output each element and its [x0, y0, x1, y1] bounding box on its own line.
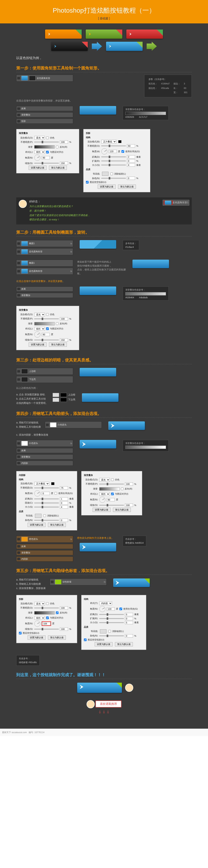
style-select[interactable]: 线性 [34, 150, 45, 154]
fx-panel: 内阴影 [16, 461, 73, 466]
drop-shadow-dialog: 投影 结构 混合模式(B):正片叠底 不透明度(O):% 角度(A):度 使用全… [83, 129, 150, 192]
knockout-check[interactable] [86, 181, 89, 184]
step1-title: 第一步：使用圆角矩形工具绘制一个圆角矩形。 [16, 65, 192, 72]
noise-input[interactable] [127, 177, 135, 180]
layer-ref: 蓝色圆角矩形1 [172, 201, 188, 204]
layer-panel: 下边亮 [16, 376, 73, 383]
reset-default-button[interactable]: 复位为默认值 [118, 185, 136, 189]
set-default-button[interactable]: 设置为默认值 [29, 166, 46, 170]
final-button [77, 683, 122, 693]
step1-note: 在混合选项中选择渐变叠加和投影，并设置其参数。 [16, 99, 192, 103]
step2-note: 在混合选项中选择渐变叠加，并设置其参数。 [16, 279, 192, 283]
preview-button-arrow [80, 543, 116, 551]
bevel-dialog: 结构 样式(T):内斜面 角度(N):度 使用全局光(G) 距离(D):像素 扩… [81, 595, 146, 650]
layer-panel: 白色箭头fx [16, 440, 73, 447]
layer-panel: 椭圆1 [16, 260, 73, 267]
fx-panel: 渐变叠加 [16, 112, 73, 117]
demo-button-green [86, 30, 122, 39]
spread-input[interactable] [127, 159, 135, 162]
color-ref-green: 色值参考： 绿色标签 #92cd0c [16, 655, 40, 666]
gradient-ref: 渐变叠加色值参考： [123, 440, 169, 452]
intro-text: 以蓝色按钮为例， [16, 56, 192, 60]
params-table: 参数（仅供参考） 填充色：#1994d7描边：3 描边色：#55cafa长：83… [144, 75, 192, 97]
reset-default-button[interactable]: 复位为默认值 [49, 166, 67, 170]
params-title: 参数（仅供参考） [147, 77, 189, 82]
gradient-overlay-dialog: 渐变叠加 混合模式(O):柔光 仿色 不透明度(P):% 渐变: 反向(R) 样… [16, 129, 79, 173]
footer: 喜欢请戳推荐 ⇩ ⇩ ⇩ [16, 694, 192, 720]
gradient-ref: 渐变叠加色值参考： #636464 #dbdbdb [123, 286, 169, 301]
layer-name: 蓝色圆角矩形 [37, 77, 50, 80]
corner-tag [137, 42, 143, 48]
fx-panel: 效果 [16, 448, 73, 453]
fx-panel: 效果 [16, 106, 73, 111]
visibility-icon [17, 77, 20, 79]
blend-select[interactable]: 柔光 [34, 313, 45, 316]
layer-panel: 蓝色圆角矩形fx [16, 268, 73, 275]
size-input[interactable] [127, 163, 135, 167]
step3-title: 第三步：处理边框的明暗，使其更具质感。 [16, 357, 192, 364]
big-arrow-icon [92, 42, 102, 51]
blend-select[interactable]: 柔光 [34, 136, 45, 140]
sub-item: 在线的两端作一个渐变透明。 [16, 401, 48, 405]
reverse-check[interactable] [56, 146, 59, 148]
preview-button [80, 368, 116, 376]
fx-panel: 内阴影 [16, 557, 73, 562]
chatter-box: 碎碎念： 为什么渐变叠加的混合模式要选择柔光？ 答：图方便啊！ 选择了柔光可以直… [16, 197, 192, 224]
arrow-icon [129, 33, 132, 36]
arrow-icon [89, 33, 92, 36]
arrow-icon [48, 33, 51, 36]
opacity-input[interactable] [127, 144, 135, 148]
demo-button-orange [45, 30, 82, 39]
inner-shadow-dialog: 内阴影 结构 混合模式(B):正片叠底 不透明度(O):% 角度(A):度 使用… [16, 471, 77, 530]
layer-mask-thumb [29, 76, 36, 81]
subtitle: [ 基础篇 ] [0, 17, 208, 20]
arrow-icon [109, 45, 112, 48]
recommend-banner[interactable]: 喜欢请戳推荐 [96, 701, 122, 708]
layer-thumb [21, 76, 28, 81]
preview-button-final [113, 579, 150, 587]
angle-input[interactable] [109, 150, 117, 153]
layer-panel: 白色箭头 [45, 422, 102, 428]
main-title: Photoshop打造炫酷按钮教程（一） [0, 6, 208, 15]
avatar-icon [125, 684, 133, 692]
align-check[interactable] [46, 151, 49, 153]
fx-panel: 渐变叠加 [16, 550, 73, 555]
gradient-bar [125, 112, 166, 115]
orange-note: 橙色箭头的制作方法请参考上面。 [77, 536, 118, 540]
preview-button-arrow [80, 440, 116, 448]
corner-tag [157, 30, 163, 36]
fx-panel: 渐变叠加 [16, 293, 73, 298]
opacity-input[interactable] [60, 141, 68, 144]
preview-button [80, 106, 116, 115]
gradient-overlay-dialog3: 渐变叠加 混合模式(O):柔光 仿色 不透明度(P):% 渐变: 反向(R) 样… [81, 471, 142, 516]
dist-input[interactable] [127, 155, 135, 158]
sub-item: b. 点击工具栏渐变工具分别 [16, 397, 48, 401]
preview-ellipse [80, 240, 116, 249]
final-text: 到这里，这个按钮就制作完成了。谢谢围观！！！ [16, 672, 192, 679]
step2-title: 第二步：用椭圆工具绘制椭圆形，旋转。 [16, 229, 192, 237]
color-ref: 色值参考： 橙色箭头 #eb9514 [123, 536, 146, 546]
set-default-button[interactable]: 设置为默认值 [98, 185, 115, 189]
layer-panel: 蓝色圆角矩形fx [16, 248, 73, 255]
fx-panel: 效果 [16, 544, 73, 549]
demo-button-dark [51, 42, 88, 51]
layer-panel: 椭圆1fx [16, 240, 73, 247]
corner-tag [116, 30, 122, 36]
demo-button-red [126, 30, 163, 39]
demo-button-blue [106, 42, 143, 51]
anti-check[interactable] [110, 173, 113, 175]
gradient-bar [125, 292, 166, 296]
dither-check[interactable] [46, 136, 49, 139]
preview-button-arrow [108, 422, 145, 430]
fx-panel: 渐变叠加 [16, 454, 73, 459]
blend-select[interactable]: 正片叠底 [101, 140, 116, 144]
down-arrows-icon: ⇩ ⇩ ⇩ [16, 710, 192, 714]
arrow-icon [54, 45, 57, 48]
fx-panel: 投影 [16, 119, 73, 124]
global-check[interactable] [122, 150, 124, 153]
scale-input[interactable] [60, 161, 68, 165]
layer-panel-orange: 橙色箭头fx [16, 536, 73, 542]
sub-item: a. 点击 添加图层蒙版 按钮. [16, 393, 48, 396]
angle-input[interactable] [42, 156, 50, 159]
color-ref: 参考色值： #1c8ac4 [123, 240, 139, 250]
